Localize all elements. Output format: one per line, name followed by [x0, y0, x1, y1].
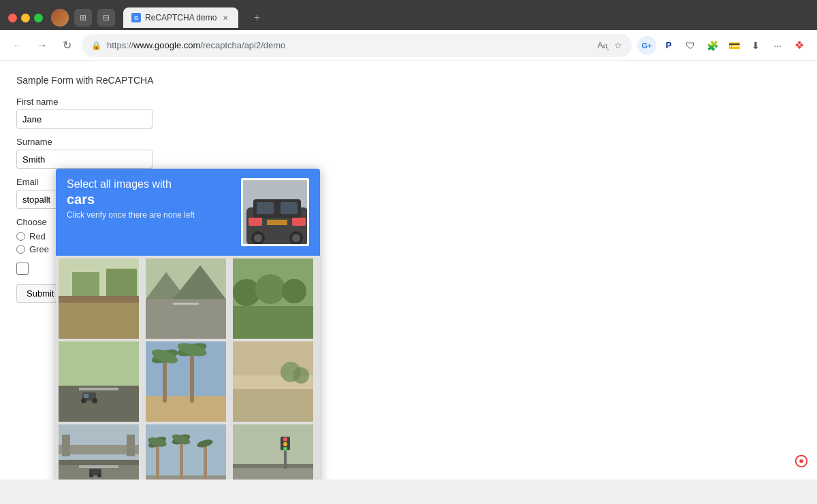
- tab-title: ReCAPTCHA demo: [145, 13, 217, 22]
- radio-green-input[interactable]: [16, 245, 25, 254]
- svg-point-86: [799, 459, 803, 463]
- svg-rect-38: [59, 341, 139, 422]
- browser-chrome: ⊞ ⊟ G ReCAPTCHA demo ✕ + ← → ↻ 🔒 https:/…: [0, 0, 817, 61]
- first-name-group: First name: [16, 97, 801, 129]
- svg-rect-47: [146, 341, 226, 422]
- title-bar: ⊞ ⊟ G ReCAPTCHA demo ✕ +: [0, 0, 817, 30]
- svg-rect-75: [146, 424, 226, 480]
- radio-green-label: Gree: [29, 244, 49, 254]
- svg-rect-17: [106, 269, 137, 296]
- paypal-icon[interactable]: P: [659, 36, 678, 55]
- window-button-1[interactable]: ⊞: [74, 9, 92, 27]
- grid-cell-5[interactable]: [146, 341, 226, 422]
- grid-cell-4[interactable]: [59, 341, 139, 422]
- tab-close-button[interactable]: ✕: [221, 13, 230, 22]
- captcha-keyword: cars: [67, 192, 233, 207]
- grid-cell-3[interactable]: [233, 258, 313, 339]
- google-account-icon[interactable]: G+: [637, 36, 656, 55]
- shield-icon[interactable]: 🛡: [681, 36, 700, 55]
- svg-rect-30: [233, 258, 313, 339]
- wallet-icon[interactable]: 💳: [724, 36, 743, 55]
- menu-icon[interactable]: ···: [768, 36, 787, 55]
- download-icon[interactable]: ⬇: [746, 36, 765, 55]
- vivaldi-bottom-icon[interactable]: [794, 454, 809, 471]
- page-content: Sample Form with ReCAPTCHA First name Su…: [0, 61, 817, 480]
- grid-cell-9[interactable]: [233, 424, 313, 480]
- vivaldi-icon[interactable]: ❖: [790, 36, 809, 55]
- toolbar-icons: G+ P 🛡 🧩 💳 ⬇ ··· ❖: [637, 36, 809, 55]
- surname-group: Surname: [16, 137, 801, 169]
- surname-label: Surname: [16, 137, 801, 147]
- grid-cell-6[interactable]: [233, 341, 313, 422]
- maximize-window-button[interactable]: [34, 14, 43, 22]
- svg-rect-16: [72, 272, 99, 296]
- first-name-input[interactable]: [16, 110, 153, 129]
- secure-icon: 🔒: [91, 41, 101, 50]
- url-text: https://www.google.com/recaptcha/api2/de…: [107, 40, 285, 50]
- grid-cell-2[interactable]: [146, 258, 226, 339]
- address-bar: ← → ↻ 🔒 https://www.google.com/recaptcha…: [0, 30, 817, 61]
- captcha-image-grid: [56, 256, 320, 480]
- surname-input[interactable]: [16, 150, 153, 169]
- captcha-main-image: [241, 178, 309, 246]
- tab-favicon: G: [131, 13, 141, 22]
- svg-rect-64: [59, 424, 139, 480]
- window-button-2[interactable]: ⊟: [97, 9, 115, 27]
- new-tab-button[interactable]: +: [248, 9, 266, 27]
- agreement-checkbox[interactable]: [16, 263, 29, 275]
- page-title: Sample Form with ReCAPTCHA: [16, 75, 801, 86]
- url-path: /recaptcha/api2/demo: [200, 40, 285, 50]
- captcha-instruction-sub: Click verify once there are none left: [67, 210, 233, 220]
- svg-rect-14: [59, 299, 139, 339]
- url-prefix: https://: [107, 40, 133, 50]
- url-bar[interactable]: 🔒 https://www.google.com/recaptcha/api2/…: [82, 34, 632, 57]
- minimize-window-button[interactable]: [21, 14, 30, 22]
- captcha-header: Select all images with cars Click verify…: [56, 169, 320, 256]
- grid-cell-7[interactable]: [59, 424, 139, 480]
- url-domain: www.google.com: [133, 40, 200, 50]
- traffic-lights: [8, 14, 43, 22]
- svg-rect-12: [243, 180, 309, 246]
- translate-icon[interactable]: Aᶐ: [597, 40, 609, 51]
- svg-rect-84: [233, 424, 313, 480]
- grid-cell-8[interactable]: [146, 424, 226, 480]
- profile-avatar[interactable]: [51, 9, 69, 27]
- captcha-instruction: Select all images with cars Click verify…: [67, 178, 233, 220]
- svg-rect-15: [59, 296, 139, 303]
- extensions-icon[interactable]: 🧩: [703, 36, 722, 55]
- first-name-label: First name: [16, 97, 801, 107]
- radio-red-input[interactable]: [16, 232, 25, 241]
- browser-tab[interactable]: G ReCAPTCHA demo ✕: [123, 7, 238, 28]
- captcha-instruction-text: Select all images with: [67, 178, 233, 190]
- forward-button[interactable]: →: [33, 36, 52, 55]
- svg-rect-24: [146, 258, 226, 339]
- recaptcha-widget: Select all images with cars Click verify…: [56, 169, 320, 480]
- bookmark-icon[interactable]: ☆: [614, 40, 622, 51]
- radio-red-label: Red: [29, 231, 46, 241]
- close-window-button[interactable]: [8, 14, 17, 22]
- reload-button[interactable]: ↻: [57, 36, 76, 55]
- grid-cell-1[interactable]: [59, 258, 139, 339]
- svg-rect-53: [233, 341, 313, 422]
- back-button[interactable]: ←: [8, 36, 27, 55]
